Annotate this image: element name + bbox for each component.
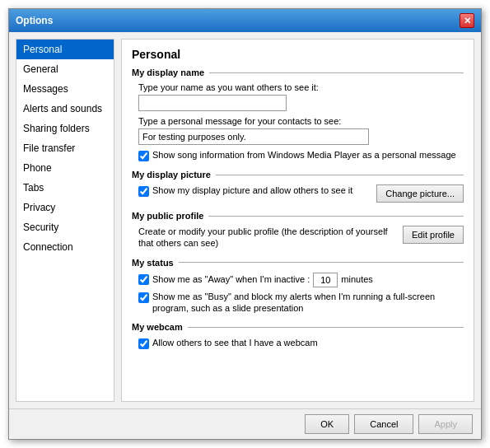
public-profile-description: Create or modify your public profile (th… xyxy=(138,226,396,250)
minutes-label: minutes xyxy=(341,273,373,285)
show-away-label: Show me as "Away" when I'm inactive : xyxy=(152,273,310,285)
content-area: PersonalGeneralMessagesAlerts and sounds… xyxy=(9,32,481,408)
personal-message-label: Type a personal message for your contact… xyxy=(138,116,464,126)
show-picture-checkbox[interactable] xyxy=(138,186,149,197)
status-section: My status Show me as "Away" when I'm ina… xyxy=(132,258,464,315)
main-panel: Personal My display name Type your name … xyxy=(121,39,474,402)
close-button[interactable]: ✕ xyxy=(460,13,474,28)
ok-button[interactable]: OK xyxy=(305,414,349,434)
public-profile-section: My public profile Create or modify your … xyxy=(132,211,464,250)
options-window: Options ✕ PersonalGeneralMessagesAlerts … xyxy=(8,8,482,440)
window-title: Options xyxy=(16,15,53,26)
sidebar-item-security[interactable]: Security xyxy=(16,217,114,237)
display-picture-section: My display picture Show my display pictu… xyxy=(132,170,464,203)
status-header: My status xyxy=(132,258,464,268)
public-profile-header: My public profile xyxy=(132,211,464,221)
webcam-section: My webcam Allow others to see that I hav… xyxy=(132,322,464,349)
webcam-header: My webcam xyxy=(132,322,464,332)
sidebar-item-sharing-folders[interactable]: Sharing folders xyxy=(16,119,114,138)
apply-button[interactable]: Apply xyxy=(418,414,473,434)
sidebar-item-phone[interactable]: Phone xyxy=(16,158,114,178)
sidebar-item-general[interactable]: General xyxy=(16,59,114,79)
show-song-checkbox[interactable] xyxy=(138,151,149,161)
title-bar: Options ✕ xyxy=(9,9,481,32)
display-name-section: My display name Type your name as you wa… xyxy=(132,68,464,161)
show-busy-checkbox[interactable] xyxy=(138,292,149,303)
sidebar-item-privacy[interactable]: Privacy xyxy=(16,198,114,217)
display-name-header: My display name xyxy=(132,68,464,77)
show-webcam-label: Allow others to see that I have a webcam xyxy=(152,337,318,348)
footer: OK Cancel Apply xyxy=(9,408,481,439)
sidebar-item-file-transfer[interactable]: File transfer xyxy=(16,138,114,158)
display-picture-header: My display picture xyxy=(132,170,464,180)
show-away-checkbox[interactable] xyxy=(138,274,149,285)
show-picture-label: Show my display picture and allow others… xyxy=(152,184,352,196)
cancel-button[interactable]: Cancel xyxy=(354,414,413,434)
display-name-label1: Type your name as you want others to see… xyxy=(138,82,464,92)
sidebar-item-tabs[interactable]: Tabs xyxy=(16,178,114,198)
edit-profile-button[interactable]: Edit profile xyxy=(403,226,464,244)
sidebar-item-personal[interactable]: Personal xyxy=(16,40,114,59)
inactive-minutes-input[interactable] xyxy=(313,273,338,287)
page-title: Personal xyxy=(132,48,464,61)
show-webcam-checkbox[interactable] xyxy=(138,338,149,349)
show-busy-label: Show me as "Busy" and block my alerts wh… xyxy=(152,291,464,315)
sidebar-item-alerts-and-sounds[interactable]: Alerts and sounds xyxy=(16,99,114,119)
sidebar-item-connection[interactable]: Connection xyxy=(16,237,114,257)
sidebar: PersonalGeneralMessagesAlerts and sounds… xyxy=(16,39,114,402)
change-picture-button[interactable]: Change picture... xyxy=(376,184,464,203)
display-name-input[interactable] xyxy=(138,95,287,111)
show-song-label: Show song information from Windows Media… xyxy=(152,149,456,161)
sidebar-item-messages[interactable]: Messages xyxy=(16,79,114,99)
personal-message-input[interactable] xyxy=(138,128,369,145)
